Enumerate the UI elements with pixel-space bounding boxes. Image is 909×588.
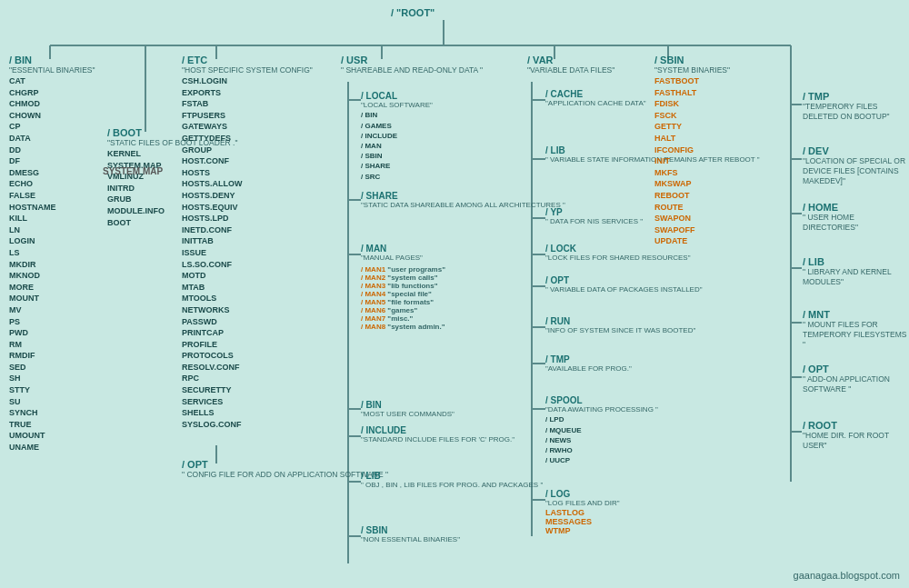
etc-opt-node: / OPT " CONFIG FILE FOR ADD ON APPLICATI…	[182, 459, 388, 480]
usr-local-desc: "LOCAL SOFTWARE"	[361, 101, 433, 110]
var-cache-node: / CACHE "APPLICATION CACHE DATA"	[545, 89, 646, 108]
tmp-title: / TMP	[803, 91, 909, 102]
usr-sbin-title: / SBIN	[361, 525, 460, 535]
etc-opt-desc: " CONFIG FILE FOR ADD ON APPLICATION SOF…	[182, 470, 388, 480]
var-cache-title: / CACHE	[545, 89, 646, 99]
var-log-title: / LOG	[545, 489, 620, 499]
usr-title: / USR	[341, 55, 483, 65]
usr-local-title: / LOCAL	[361, 91, 433, 101]
usr-node: / USR " SHAREABLE AND READ-ONLY DATA "	[341, 55, 483, 75]
var-log-desc: "LOG FILES AND DIR"	[545, 499, 620, 508]
lib-desc: " LIBRARY AND KERNEL MODULES"	[803, 267, 909, 287]
var-node: / VAR "VARIABLE DATA FILES"	[527, 55, 614, 75]
var-spool-desc: "DATA AWAITING PROCESSING "	[545, 405, 658, 414]
opt-title: / OPT	[803, 364, 909, 374]
mnt-title: / MNT	[803, 309, 909, 320]
tmp-node: / TMP "TEMPERORY FILES DELETED ON BOOTUP…	[803, 91, 909, 122]
usr-sbin-desc: "NON ESSENTIAL BINARIES"	[361, 535, 460, 544]
var-tmp-node: / TMP "AVAILABLE FOR PROG."	[545, 354, 632, 374]
var-spool-items: / LPD/ MQUEUE/ NEWS/ RWHO/ UUCP	[545, 414, 658, 465]
var-yp-desc: " DATA FOR NIS SERVICES "	[545, 217, 643, 226]
var-log-node: / LOG "LOG FILES AND DIR" LASTLOGMESSAGE…	[545, 489, 620, 535]
bin-node: / BIN "ESSENTIAL BINARIES" CATCHGRPCHMOD…	[9, 55, 95, 453]
sbin-items: FASTBOOTFASTHALTFDISKFSCKGETTYHALTIFCONF…	[654, 75, 730, 247]
var-log-items: LASTLOGMESSAGESWTMP	[545, 508, 620, 535]
etc-opt-title: / OPT	[182, 459, 388, 470]
var-opt-desc: " VARIABLE DATA OF PACKAGES INSTALLED"	[545, 285, 703, 294]
var-desc: "VARIABLE DATA FILES"	[527, 65, 614, 75]
sbin-desc: "SYSTEM BINARIES"	[654, 65, 730, 75]
root-home-title: / ROOT	[803, 420, 909, 431]
usr-lib-title: / LIB	[361, 471, 543, 481]
bin-desc: "ESSENTIAL BINARIES"	[9, 65, 95, 75]
usr-lib-node: / LIB " OBJ , BIN , LIB FILES FOR PROG. …	[361, 471, 543, 490]
usr-local-node: / LOCAL "LOCAL SOFTWARE" / BIN/ GAMES/ I…	[361, 91, 433, 182]
system-map-label: SYSTEM MAP	[103, 166, 163, 176]
tree-lines	[0, 0, 909, 588]
usr-man-desc: "MANUAL PAGES"	[361, 254, 445, 263]
root-home-node: / ROOT "HOME DIR. FOR ROOT USER"	[803, 420, 909, 451]
usr-desc: " SHAREABLE AND READ-ONLY DATA "	[341, 65, 483, 75]
lib-node: / LIB " LIBRARY AND KERNEL MODULES"	[803, 256, 909, 287]
home-title: / HOME	[803, 202, 909, 213]
mnt-desc: " MOUNT FILES FOR TEMPERORY FILESYSTEMS …	[803, 320, 909, 350]
tmp-desc: "TEMPERORY FILES DELETED ON BOOTUP"	[803, 102, 909, 122]
var-yp-title: / YP	[545, 207, 643, 217]
usr-share-desc: "STATIC DATA SHAREABLE AMONG ALL ARCHITE…	[361, 201, 565, 210]
sbin-title: / SBIN	[654, 55, 730, 65]
lib-title: / LIB	[803, 256, 909, 267]
usr-sbin-node: / SBIN "NON ESSENTIAL BINARIES"	[361, 525, 460, 544]
page: / "ROOT" / BIN "ESSENTIAL BINARIES" CATC…	[0, 0, 909, 588]
root-node: / "ROOT"	[391, 7, 435, 18]
usr-man-subitems: / MAN1 "user programs" / MAN2 "system ca…	[361, 265, 445, 331]
usr-include-desc: "STANDARD INCLUDE FILES FOR 'C' PROG."	[361, 435, 514, 444]
usr-include-node: / INCLUDE "STANDARD INCLUDE FILES FOR 'C…	[361, 425, 514, 444]
home-node: / HOME " USER HOME DIRECTORIES"	[803, 202, 909, 233]
bin-items: CATCHGRPCHMODCHOWNCPDATADDDFDMESGECHOFAL…	[9, 75, 95, 453]
root-home-desc: "HOME DIR. FOR ROOT USER"	[803, 431, 909, 451]
mnt-node: / MNT " MOUNT FILES FOR TEMPERORY FILESY…	[803, 309, 909, 350]
usr-lib-desc: " OBJ , BIN , LIB FILES FOR PROG. AND PA…	[361, 481, 543, 490]
usr-local-items: / BIN/ GAMES/ INCLUDE/ MAN/ SBIN/ SHARE/…	[361, 110, 433, 181]
var-spool-node: / SPOOL "DATA AWAITING PROCESSING " / LP…	[545, 395, 658, 465]
var-title: / VAR	[527, 55, 614, 65]
var-run-desc: "INFO OF SYSTEM SINCE IT WAS BOOTED"	[545, 326, 695, 335]
var-cache-desc: "APPLICATION CACHE DATA"	[545, 99, 646, 108]
dev-title: / DEV	[803, 145, 909, 156]
var-opt-title: / OPT	[545, 275, 703, 285]
usr-bin-desc: "MOST USER COMMANDS"	[361, 410, 454, 419]
var-tmp-desc: "AVAILABLE FOR PROG."	[545, 364, 632, 374]
sbin-node: / SBIN "SYSTEM BINARIES" FASTBOOTFASTHAL…	[654, 55, 730, 247]
etc-title: / ETC	[182, 55, 313, 65]
etc-desc: "HOST SPECIFIC SYSTEM CONFIG"	[182, 65, 313, 75]
usr-bin-node: / BIN "MOST USER COMMANDS"	[361, 400, 454, 419]
var-run-title: / RUN	[545, 316, 695, 326]
dev-desc: "LOCATION OF SPECIAL OR DEVICE FILES [CO…	[803, 156, 909, 186]
root-title: / "ROOT"	[391, 7, 435, 18]
watermark: gaanagaa.blogspot.com	[794, 570, 900, 581]
home-desc: " USER HOME DIRECTORIES"	[803, 213, 909, 233]
var-tmp-title: / TMP	[545, 354, 632, 364]
dev-node: / DEV "LOCATION OF SPECIAL OR DEVICE FIL…	[803, 145, 909, 186]
etc-node: / ETC "HOST SPECIFIC SYSTEM CONFIG" CSH.…	[182, 55, 313, 430]
usr-share-title: / SHARE	[361, 191, 565, 201]
usr-share-node: / SHARE "STATIC DATA SHAREABLE AMONG ALL…	[361, 191, 565, 210]
usr-man-node: / MAN "MANUAL PAGES" / MAN1 "user progra…	[361, 244, 445, 331]
bin-title: / BIN	[9, 55, 95, 65]
var-opt-node: / OPT " VARIABLE DATA OF PACKAGES INSTAL…	[545, 275, 703, 294]
usr-include-title: / INCLUDE	[361, 425, 514, 435]
etc-items: CSH.LOGINEXPORTSFSTABFTPUSERSGATEWAYSGET…	[182, 75, 313, 430]
usr-bin-title: / BIN	[361, 400, 454, 410]
opt-desc: " ADD-ON APPLICATION SOFTWARE "	[803, 374, 909, 394]
var-yp-node: / YP " DATA FOR NIS SERVICES "	[545, 207, 643, 226]
opt-node: / OPT " ADD-ON APPLICATION SOFTWARE "	[803, 364, 909, 394]
var-lock-desc: "LOCK FILES FOR SHARED RESOURCES"	[545, 254, 691, 263]
var-spool-title: / SPOOL	[545, 395, 658, 405]
var-run-node: / RUN "INFO OF SYSTEM SINCE IT WAS BOOTE…	[545, 316, 695, 335]
usr-man-title: / MAN	[361, 244, 445, 254]
